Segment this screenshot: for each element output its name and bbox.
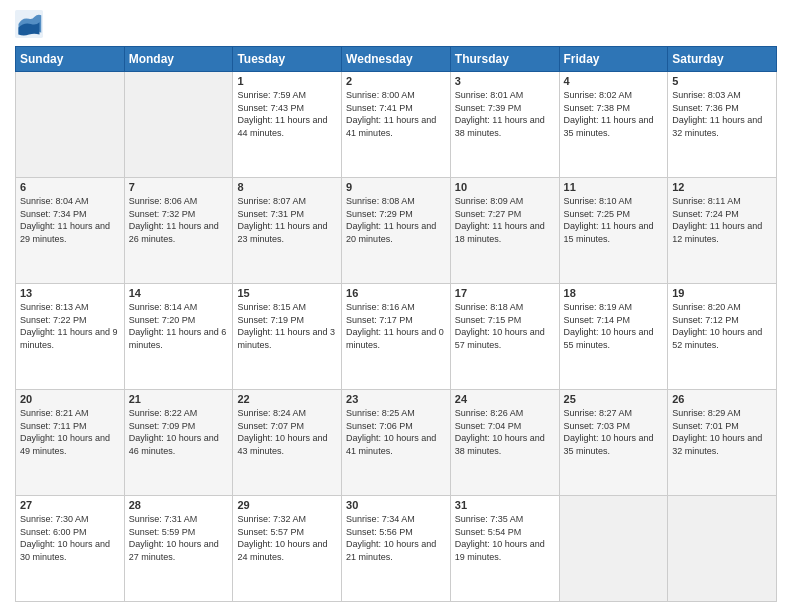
day-info: Sunrise: 8:00 AMSunset: 7:41 PMDaylight:…: [346, 89, 446, 139]
day-info: Sunrise: 8:14 AMSunset: 7:20 PMDaylight:…: [129, 301, 229, 351]
calendar-week-2: 13Sunrise: 8:13 AMSunset: 7:22 PMDayligh…: [16, 284, 777, 390]
day-number: 27: [20, 499, 120, 511]
calendar-cell: [16, 72, 125, 178]
calendar-cell: 22Sunrise: 8:24 AMSunset: 7:07 PMDayligh…: [233, 390, 342, 496]
header: [15, 10, 777, 38]
calendar-cell: 18Sunrise: 8:19 AMSunset: 7:14 PMDayligh…: [559, 284, 668, 390]
day-number: 10: [455, 181, 555, 193]
col-header-friday: Friday: [559, 47, 668, 72]
day-number: 16: [346, 287, 446, 299]
calendar-cell: 21Sunrise: 8:22 AMSunset: 7:09 PMDayligh…: [124, 390, 233, 496]
day-info: Sunrise: 8:20 AMSunset: 7:12 PMDaylight:…: [672, 301, 772, 351]
col-header-tuesday: Tuesday: [233, 47, 342, 72]
day-info: Sunrise: 8:06 AMSunset: 7:32 PMDaylight:…: [129, 195, 229, 245]
calendar-cell: 20Sunrise: 8:21 AMSunset: 7:11 PMDayligh…: [16, 390, 125, 496]
day-number: 9: [346, 181, 446, 193]
calendar-cell: 1Sunrise: 7:59 AMSunset: 7:43 PMDaylight…: [233, 72, 342, 178]
calendar-cell: [124, 72, 233, 178]
calendar-cell: [559, 496, 668, 602]
day-number: 19: [672, 287, 772, 299]
day-info: Sunrise: 7:30 AMSunset: 6:00 PMDaylight:…: [20, 513, 120, 563]
calendar-cell: 26Sunrise: 8:29 AMSunset: 7:01 PMDayligh…: [668, 390, 777, 496]
day-number: 24: [455, 393, 555, 405]
col-header-thursday: Thursday: [450, 47, 559, 72]
calendar: SundayMondayTuesdayWednesdayThursdayFrid…: [15, 46, 777, 602]
calendar-cell: 6Sunrise: 8:04 AMSunset: 7:34 PMDaylight…: [16, 178, 125, 284]
day-number: 29: [237, 499, 337, 511]
day-info: Sunrise: 8:24 AMSunset: 7:07 PMDaylight:…: [237, 407, 337, 457]
day-number: 5: [672, 75, 772, 87]
day-info: Sunrise: 8:19 AMSunset: 7:14 PMDaylight:…: [564, 301, 664, 351]
col-header-sunday: Sunday: [16, 47, 125, 72]
calendar-cell: 31Sunrise: 7:35 AMSunset: 5:54 PMDayligh…: [450, 496, 559, 602]
day-number: 11: [564, 181, 664, 193]
day-number: 1: [237, 75, 337, 87]
day-number: 12: [672, 181, 772, 193]
calendar-cell: 10Sunrise: 8:09 AMSunset: 7:27 PMDayligh…: [450, 178, 559, 284]
day-number: 18: [564, 287, 664, 299]
day-info: Sunrise: 8:26 AMSunset: 7:04 PMDaylight:…: [455, 407, 555, 457]
day-number: 3: [455, 75, 555, 87]
day-info: Sunrise: 8:04 AMSunset: 7:34 PMDaylight:…: [20, 195, 120, 245]
calendar-cell: 25Sunrise: 8:27 AMSunset: 7:03 PMDayligh…: [559, 390, 668, 496]
day-info: Sunrise: 8:27 AMSunset: 7:03 PMDaylight:…: [564, 407, 664, 457]
page: SundayMondayTuesdayWednesdayThursdayFrid…: [0, 0, 792, 612]
day-info: Sunrise: 7:59 AMSunset: 7:43 PMDaylight:…: [237, 89, 337, 139]
logo: [15, 10, 47, 38]
col-header-saturday: Saturday: [668, 47, 777, 72]
calendar-week-1: 6Sunrise: 8:04 AMSunset: 7:34 PMDaylight…: [16, 178, 777, 284]
day-number: 31: [455, 499, 555, 511]
day-info: Sunrise: 8:01 AMSunset: 7:39 PMDaylight:…: [455, 89, 555, 139]
day-info: Sunrise: 8:03 AMSunset: 7:36 PMDaylight:…: [672, 89, 772, 139]
calendar-week-0: 1Sunrise: 7:59 AMSunset: 7:43 PMDaylight…: [16, 72, 777, 178]
logo-icon: [15, 10, 43, 38]
day-info: Sunrise: 8:09 AMSunset: 7:27 PMDaylight:…: [455, 195, 555, 245]
calendar-cell: 7Sunrise: 8:06 AMSunset: 7:32 PMDaylight…: [124, 178, 233, 284]
day-info: Sunrise: 8:13 AMSunset: 7:22 PMDaylight:…: [20, 301, 120, 351]
day-info: Sunrise: 8:29 AMSunset: 7:01 PMDaylight:…: [672, 407, 772, 457]
day-info: Sunrise: 7:31 AMSunset: 5:59 PMDaylight:…: [129, 513, 229, 563]
day-number: 6: [20, 181, 120, 193]
day-number: 2: [346, 75, 446, 87]
calendar-cell: 19Sunrise: 8:20 AMSunset: 7:12 PMDayligh…: [668, 284, 777, 390]
day-number: 8: [237, 181, 337, 193]
calendar-cell: 16Sunrise: 8:16 AMSunset: 7:17 PMDayligh…: [342, 284, 451, 390]
calendar-cell: [668, 496, 777, 602]
calendar-cell: 14Sunrise: 8:14 AMSunset: 7:20 PMDayligh…: [124, 284, 233, 390]
day-info: Sunrise: 8:22 AMSunset: 7:09 PMDaylight:…: [129, 407, 229, 457]
calendar-cell: 3Sunrise: 8:01 AMSunset: 7:39 PMDaylight…: [450, 72, 559, 178]
day-number: 21: [129, 393, 229, 405]
calendar-cell: 8Sunrise: 8:07 AMSunset: 7:31 PMDaylight…: [233, 178, 342, 284]
calendar-cell: 13Sunrise: 8:13 AMSunset: 7:22 PMDayligh…: [16, 284, 125, 390]
calendar-cell: 9Sunrise: 8:08 AMSunset: 7:29 PMDaylight…: [342, 178, 451, 284]
calendar-cell: 12Sunrise: 8:11 AMSunset: 7:24 PMDayligh…: [668, 178, 777, 284]
calendar-cell: 4Sunrise: 8:02 AMSunset: 7:38 PMDaylight…: [559, 72, 668, 178]
day-info: Sunrise: 7:35 AMSunset: 5:54 PMDaylight:…: [455, 513, 555, 563]
day-number: 4: [564, 75, 664, 87]
day-info: Sunrise: 8:11 AMSunset: 7:24 PMDaylight:…: [672, 195, 772, 245]
day-number: 25: [564, 393, 664, 405]
calendar-cell: 11Sunrise: 8:10 AMSunset: 7:25 PMDayligh…: [559, 178, 668, 284]
day-info: Sunrise: 8:08 AMSunset: 7:29 PMDaylight:…: [346, 195, 446, 245]
calendar-cell: 29Sunrise: 7:32 AMSunset: 5:57 PMDayligh…: [233, 496, 342, 602]
day-info: Sunrise: 8:02 AMSunset: 7:38 PMDaylight:…: [564, 89, 664, 139]
calendar-week-4: 27Sunrise: 7:30 AMSunset: 6:00 PMDayligh…: [16, 496, 777, 602]
day-number: 14: [129, 287, 229, 299]
day-number: 26: [672, 393, 772, 405]
day-info: Sunrise: 8:18 AMSunset: 7:15 PMDaylight:…: [455, 301, 555, 351]
day-info: Sunrise: 8:21 AMSunset: 7:11 PMDaylight:…: [20, 407, 120, 457]
calendar-header-row: SundayMondayTuesdayWednesdayThursdayFrid…: [16, 47, 777, 72]
col-header-monday: Monday: [124, 47, 233, 72]
calendar-cell: 2Sunrise: 8:00 AMSunset: 7:41 PMDaylight…: [342, 72, 451, 178]
col-header-wednesday: Wednesday: [342, 47, 451, 72]
calendar-cell: 30Sunrise: 7:34 AMSunset: 5:56 PMDayligh…: [342, 496, 451, 602]
day-info: Sunrise: 7:32 AMSunset: 5:57 PMDaylight:…: [237, 513, 337, 563]
day-number: 30: [346, 499, 446, 511]
day-number: 22: [237, 393, 337, 405]
calendar-cell: 17Sunrise: 8:18 AMSunset: 7:15 PMDayligh…: [450, 284, 559, 390]
day-number: 15: [237, 287, 337, 299]
day-info: Sunrise: 8:10 AMSunset: 7:25 PMDaylight:…: [564, 195, 664, 245]
day-number: 7: [129, 181, 229, 193]
day-info: Sunrise: 8:07 AMSunset: 7:31 PMDaylight:…: [237, 195, 337, 245]
day-info: Sunrise: 8:16 AMSunset: 7:17 PMDaylight:…: [346, 301, 446, 351]
